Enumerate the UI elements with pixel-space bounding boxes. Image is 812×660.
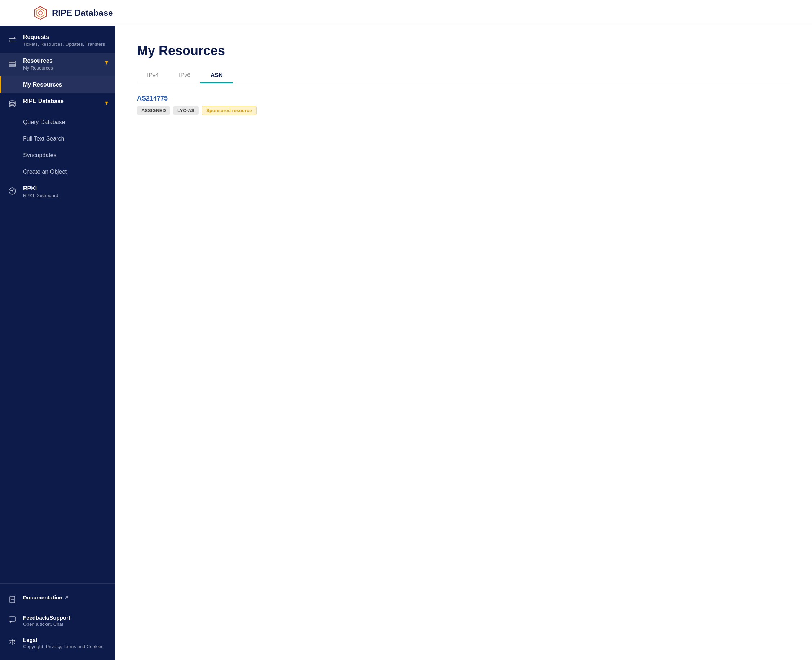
svg-rect-8	[9, 63, 16, 65]
svg-marker-4	[14, 37, 16, 40]
sidebar-item-legal[interactable]: Legal Copyright, Privacy, Terms and Cook…	[0, 632, 115, 654]
resources-title: Resources	[23, 58, 99, 64]
ripe-db-chevron: ▾	[105, 99, 108, 107]
ripe-db-title: RIPE Database	[23, 98, 99, 105]
sidebar-item-ripe-database[interactable]: RIPE Database ▾	[0, 93, 115, 114]
svg-point-12	[12, 191, 13, 192]
resources-icon	[7, 59, 17, 68]
main-content: My Resources IPv4 IPv6 ASN AS214775 ASSI…	[115, 26, 812, 660]
dashboard-icon	[7, 186, 17, 196]
badge-lyc: LYC-AS	[173, 106, 199, 115]
requests-sub: Tickets, Resources, Updates, Transfers	[23, 41, 108, 48]
ripe-logo-icon	[33, 6, 48, 20]
logo: RIPE Database	[33, 6, 113, 20]
chat-icon	[7, 615, 17, 625]
svg-marker-2	[38, 11, 42, 15]
app-title: RIPE Database	[52, 8, 113, 18]
sidebar: Requests Tickets, Resources, Updates, Tr…	[0, 26, 115, 660]
sidebar-item-resources[interactable]: Resources My Resources ▾	[0, 52, 115, 76]
legal-icon	[7, 637, 17, 647]
svg-rect-7	[9, 61, 16, 62]
legal-sub: Copyright, Privacy, Terms and Cookies	[23, 644, 108, 649]
rpki-sub: RPKI Dashboard	[23, 192, 108, 199]
svg-rect-3	[9, 38, 14, 38]
badge-sponsored: Sponsored resource	[202, 106, 256, 115]
badge-assigned: ASSIGNED	[137, 106, 170, 115]
feedback-title: Feedback/Support	[23, 615, 108, 621]
transfers-icon	[7, 35, 17, 45]
resource-badges: ASSIGNED LYC-AS Sponsored resource	[137, 106, 790, 115]
doc-icon	[7, 594, 17, 604]
sidebar-bottom: Documentation ↗ Feedback/Support Open a …	[0, 583, 115, 660]
sidebar-subitem-my-resources[interactable]: My Resources	[0, 76, 115, 93]
sidebar-subitem-syncupdates[interactable]: Syncupdates	[0, 147, 115, 163]
sidebar-item-documentation[interactable]: Documentation ↗	[0, 589, 115, 609]
rpki-title: RPKI	[23, 185, 108, 192]
resources-chevron: ▾	[105, 59, 108, 66]
svg-rect-9	[9, 65, 16, 66]
svg-marker-6	[9, 40, 10, 43]
sidebar-item-requests[interactable]: Requests Tickets, Resources, Updates, Tr…	[0, 29, 115, 52]
feedback-sub: Open a ticket, Chat	[23, 622, 108, 627]
resources-sub: My Resources	[23, 65, 99, 71]
svg-marker-1	[37, 9, 44, 17]
svg-rect-17	[9, 617, 16, 622]
tab-ipv6[interactable]: IPv6	[169, 68, 200, 83]
resource-tabs: IPv4 IPv6 ASN	[137, 68, 790, 83]
requests-title: Requests	[23, 34, 108, 40]
external-link-icon: ↗	[65, 595, 68, 600]
tab-ipv4[interactable]: IPv4	[137, 68, 169, 83]
database-icon	[7, 99, 17, 109]
svg-rect-5	[10, 41, 16, 41]
sidebar-subitem-create-object[interactable]: Create an Object	[0, 163, 115, 180]
sidebar-item-rpki[interactable]: RPKI RPKI Dashboard	[0, 180, 115, 204]
header: RIPE Database	[0, 0, 812, 26]
sidebar-item-feedback[interactable]: Feedback/Support Open a ticket, Chat	[0, 609, 115, 632]
documentation-title: Documentation ↗	[23, 594, 108, 601]
legal-title: Legal	[23, 637, 108, 643]
svg-point-10	[10, 101, 15, 103]
sidebar-subitem-query-database[interactable]: Query Database	[0, 114, 115, 130]
resource-link-as214775[interactable]: AS214775	[137, 95, 168, 102]
tab-asn[interactable]: ASN	[200, 68, 233, 83]
resource-item: AS214775 ASSIGNED LYC-AS Sponsored resou…	[137, 95, 790, 115]
sidebar-subitem-full-text-search[interactable]: Full Text Search	[0, 130, 115, 147]
page-title: My Resources	[137, 43, 790, 59]
